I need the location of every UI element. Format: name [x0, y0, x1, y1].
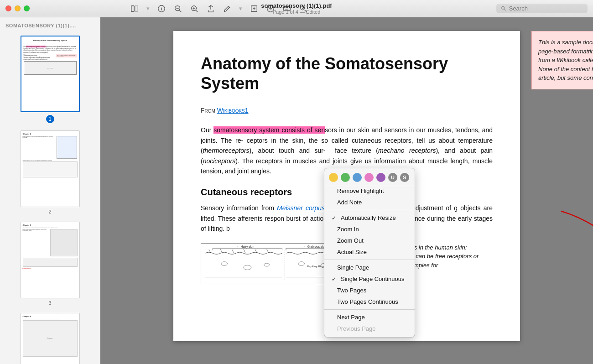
titlebar: ▾ ▾	[0, 0, 593, 17]
svg-point-42	[298, 261, 305, 265]
color-blue[interactable]	[353, 173, 362, 182]
menu-item-auto-resize[interactable]: Automatically Resize	[324, 212, 415, 224]
menu-separator-2	[324, 260, 415, 260]
menu-item-remove-highlight[interactable]: Remove Highlight	[324, 185, 415, 197]
svg-rect-1	[135, 5, 138, 11]
page-1-badge: 1	[46, 115, 54, 123]
menu-item-zoom-out[interactable]: Zoom Out	[324, 235, 415, 246]
svg-point-40	[244, 265, 251, 270]
pdf-from: From Wikibooks1	[201, 107, 493, 114]
share-icon[interactable]	[206, 4, 215, 13]
menu-item-single-page-continuous[interactable]: Single Page Continuous	[324, 273, 415, 285]
sidebar-title: somatosensory (1)(1)....	[0, 21, 100, 32]
svg-rect-0	[131, 5, 134, 11]
svg-line-21	[505, 9, 506, 10]
menu-item-actual-size[interactable]: Actual Size	[324, 246, 415, 258]
svg-line-9	[196, 10, 198, 12]
color-purple[interactable]	[376, 173, 385, 182]
nociceptors-text: nociceptors	[203, 157, 236, 165]
svg-line-35	[244, 249, 245, 253]
note-box: This is a sample document to showcase pa…	[531, 31, 593, 89]
titlebar-center: somatosensory (1)(1).pdf Page 1 of 4 — E…	[261, 2, 332, 15]
highlighted-text: somatosensory system consists of sen	[213, 126, 325, 134]
red-arrow-overlay	[557, 207, 593, 261]
svg-line-33	[220, 249, 222, 253]
thermoreceptors-text: thermoreceptors	[203, 147, 250, 154]
context-menu: U S Remove Highlight Add Note Automatica…	[324, 168, 415, 338]
color-underline[interactable]: U	[388, 173, 397, 182]
mechano-text: mechano receptors	[378, 147, 436, 154]
search-box[interactable]	[496, 4, 588, 13]
menu-item-next-page[interactable]: Next Page	[324, 312, 415, 323]
menu-item-zoom-in[interactable]: Zoom In	[324, 224, 415, 235]
info-icon[interactable]	[157, 4, 166, 13]
svg-line-6	[179, 10, 181, 12]
page-3-number: 3	[48, 300, 51, 306]
resize-icon[interactable]	[250, 4, 259, 13]
page-2-thumbnail-image: Chapter 2 Lorem ipsum dolor sit amet, co…	[21, 130, 80, 207]
minimize-button[interactable]	[15, 5, 21, 11]
svg-point-41	[264, 263, 270, 266]
search-input[interactable]	[509, 5, 583, 12]
close-button[interactable]	[5, 5, 11, 11]
svg-line-36	[255, 249, 257, 253]
sidebar: somatosensory (1)(1).... Anatomy of the …	[0, 17, 100, 364]
annotate-arrow[interactable]: ▾	[239, 5, 242, 12]
color-swatches-row: U S	[324, 171, 415, 185]
zoom-out-icon[interactable]	[173, 4, 182, 13]
meissner-link[interactable]: Meissner corpusc	[277, 204, 328, 212]
color-strikethrough[interactable]: S	[400, 173, 409, 182]
filename-label: somatosensory (1)(1).pdf	[261, 2, 332, 9]
svg-point-4	[161, 7, 161, 7]
traffic-lights	[5, 5, 30, 11]
pdf-from-link[interactable]: Wikibooks1	[217, 107, 249, 114]
svg-line-34	[232, 249, 234, 253]
color-yellow[interactable]	[329, 173, 338, 182]
menu-item-previous-page: Previous Page	[324, 323, 415, 334]
page-4-thumbnail-image: Chapter 4 References and diagrams of the…	[21, 313, 80, 364]
color-green[interactable]	[341, 173, 350, 182]
svg-line-37	[267, 249, 269, 253]
pdf-from-label: From	[201, 107, 215, 114]
maximize-button[interactable]	[24, 5, 30, 11]
sidebar-item-page-3[interactable]: Chapter 3 The somatosensory cortex proce…	[0, 218, 100, 309]
sidebar-toggle-arrow[interactable]: ▾	[146, 5, 150, 12]
svg-line-12	[229, 6, 230, 8]
search-box-icon	[501, 5, 506, 11]
svg-point-20	[502, 6, 505, 9]
menu-separator-3	[324, 309, 415, 310]
sidebar-toggle-icon[interactable]	[130, 4, 139, 13]
svg-point-39	[221, 261, 228, 265]
annotate-icon[interactable]	[223, 4, 232, 13]
svg-text:←  Hairy skin  →: ← Hairy skin →	[237, 244, 258, 248]
svg-line-32	[209, 249, 211, 253]
zoom-in-icon[interactable]	[190, 4, 199, 13]
page-2-number: 2	[48, 209, 51, 214]
menu-item-single-page[interactable]: Single Page	[324, 262, 415, 273]
note-box-text: This is a sample document to showcase pa…	[538, 39, 593, 81]
page-1-thumbnail-image: Anatomy of the Somatosensory System From…	[21, 36, 80, 112]
page-info-label: Page 1 of 4 — Edited	[261, 9, 332, 15]
menu-item-two-pages[interactable]: Two Pages	[324, 285, 415, 296]
pdf-area: This is a sample document to showcase pa…	[100, 17, 593, 364]
sidebar-item-page-4[interactable]: Chapter 4 References and diagrams of the…	[0, 309, 100, 364]
main-layout: somatosensory (1)(1).... Anatomy of the …	[0, 17, 593, 364]
pdf-title: Anatomy of the Somatosensory System	[201, 54, 493, 93]
menu-separator-1	[324, 210, 415, 210]
page-3-thumbnail-image: Chapter 3 The somatosensory cortex proce…	[21, 222, 80, 298]
sidebar-item-page-1[interactable]: Anatomy of the Somatosensory System From…	[0, 32, 100, 127]
menu-item-add-note[interactable]: Add Note	[324, 197, 415, 208]
sidebar-item-page-2[interactable]: Chapter 2 Lorem ipsum dolor sit amet, co…	[0, 127, 100, 218]
menu-item-two-pages-continuous[interactable]: Two Pages Continuous	[324, 296, 415, 307]
color-pink[interactable]	[364, 173, 374, 182]
